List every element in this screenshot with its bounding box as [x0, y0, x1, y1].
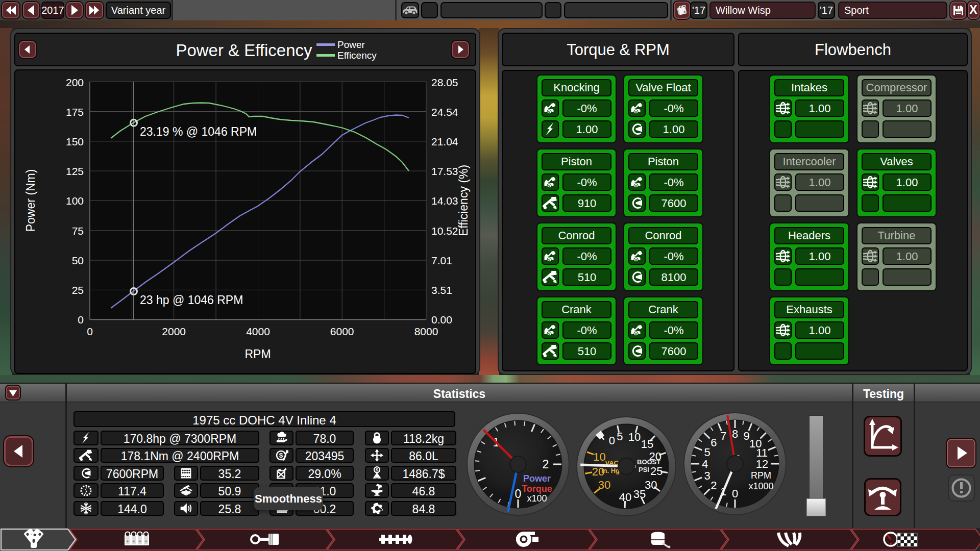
svg-text:8000: 8000	[414, 325, 438, 337]
svg-text:RPM: RPM	[751, 470, 771, 481]
svg-text:5: 5	[704, 446, 710, 459]
svg-text:200: 200	[66, 77, 84, 88]
svg-text:2: 2	[543, 458, 549, 471]
svg-text:12: 12	[756, 458, 768, 470]
svg-text:10: 10	[593, 450, 605, 463]
svg-text:0: 0	[87, 325, 93, 337]
svg-text:0: 0	[609, 434, 615, 447]
svg-text:21.04: 21.04	[431, 136, 458, 147]
svg-text:0.00: 0.00	[431, 314, 452, 325]
svg-text:75: 75	[72, 225, 84, 237]
svg-text:PSI: PSI	[639, 466, 649, 473]
svg-text:6000: 6000	[330, 325, 354, 337]
svg-text:40: 40	[619, 491, 631, 504]
svg-text:25: 25	[650, 465, 663, 478]
svg-text:4: 4	[702, 458, 708, 470]
svg-text:30: 30	[645, 479, 657, 491]
svg-text:35: 35	[633, 488, 646, 500]
svg-text:3.51: 3.51	[431, 284, 452, 296]
svg-text:28.05: 28.05	[431, 77, 458, 88]
svg-text:2: 2	[710, 479, 717, 492]
svg-text:175: 175	[66, 106, 84, 118]
svg-text:RPM: RPM	[244, 347, 271, 361]
svg-text:125: 125	[66, 165, 84, 177]
svg-text:Torque: Torque	[522, 484, 552, 494]
svg-text:7: 7	[720, 430, 726, 442]
svg-text:Power: Power	[523, 473, 551, 484]
svg-text:23 hp @ 1046 RPM: 23 hp @ 1046 RPM	[140, 293, 243, 307]
svg-text:15: 15	[641, 438, 653, 450]
svg-text:3: 3	[704, 469, 710, 482]
svg-text:25: 25	[72, 284, 84, 296]
svg-text:24.54: 24.54	[431, 106, 458, 118]
svg-text:6: 6	[710, 436, 717, 449]
svg-text:x1000: x1000	[748, 481, 773, 491]
svg-text:23.19 % @ 1046 RPM: 23.19 % @ 1046 RPM	[140, 125, 257, 138]
svg-text:150: 150	[66, 136, 84, 147]
svg-text:9: 9	[743, 430, 749, 442]
svg-text:0: 0	[732, 487, 738, 500]
svg-text:14.03: 14.03	[431, 195, 458, 207]
svg-text:50: 50	[72, 255, 84, 266]
svg-text:10: 10	[628, 431, 641, 443]
svg-text:30: 30	[598, 479, 610, 491]
svg-text:8: 8	[732, 428, 738, 440]
svg-text:Efficiency (%): Efficiency (%)	[457, 165, 470, 236]
svg-text:4000: 4000	[246, 325, 270, 337]
svg-text:17.53: 17.53	[431, 165, 458, 177]
svg-text:2000: 2000	[162, 325, 186, 337]
svg-text:Power (Nm): Power (Nm)	[24, 169, 37, 232]
svg-text:0: 0	[78, 314, 84, 325]
svg-text:5: 5	[617, 430, 623, 443]
svg-text:BOOST: BOOST	[637, 458, 660, 466]
svg-text:In. Hg: In. Hg	[601, 467, 620, 474]
svg-text:x100: x100	[527, 493, 547, 504]
svg-text:7.01: 7.01	[431, 255, 452, 266]
svg-text:0: 0	[515, 487, 522, 500]
svg-text:100: 100	[66, 195, 84, 207]
svg-text:10.52: 10.52	[431, 225, 458, 237]
